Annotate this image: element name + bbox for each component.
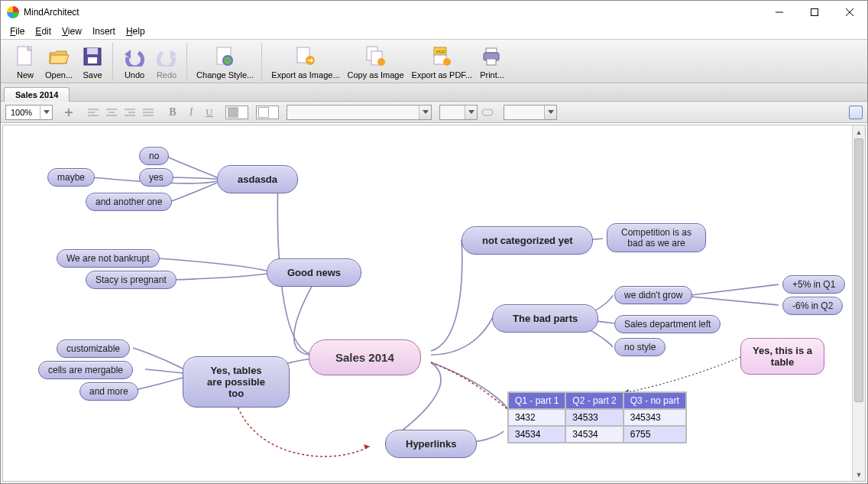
format-toolbar: 100% B I U xyxy=(1,102,867,123)
scroll-thumb[interactable] xyxy=(854,138,863,402)
document-tab-strip: Sales 2014 xyxy=(1,83,867,102)
vertical-scrollbar[interactable]: ▲ ▼ xyxy=(852,125,865,481)
node-bankrupt[interactable]: We are not bankrupt xyxy=(57,249,160,268)
export-pdf-icon: PDF xyxy=(429,44,454,69)
node-no[interactable]: no xyxy=(139,147,169,165)
export-image-label: Export as Image... xyxy=(271,70,339,80)
font-family-select[interactable] xyxy=(287,105,432,120)
open-folder-icon xyxy=(47,44,71,69)
toolbar: New Open... Save Undo Redo xyxy=(1,39,867,83)
copy-image-icon xyxy=(364,44,388,69)
node-andmore[interactable]: and more xyxy=(79,382,138,401)
table-cell: 34534 xyxy=(565,426,623,443)
overview-toggle[interactable] xyxy=(849,106,863,119)
zoom-select[interactable]: 100% xyxy=(5,105,53,120)
node-notcat[interactable]: not categorized yet xyxy=(462,226,593,255)
zoom-value: 100% xyxy=(6,108,40,117)
add-node-button[interactable] xyxy=(60,104,77,121)
node-maybe[interactable]: maybe xyxy=(47,168,95,187)
svg-point-9 xyxy=(222,55,233,66)
node-stacy[interactable]: Stacy is pregnant xyxy=(86,271,177,289)
node-mergable[interactable]: cells are mergable xyxy=(38,361,133,379)
callout-table[interactable]: Yes, this is a table xyxy=(740,338,824,375)
underline-button[interactable]: U xyxy=(201,104,218,121)
font-size-select[interactable] xyxy=(439,105,478,120)
undo-button[interactable]: Undo xyxy=(119,43,150,81)
table-cell: 34534 xyxy=(508,426,565,443)
export-image-icon xyxy=(293,44,318,69)
node-salesleft[interactable]: Sales department left xyxy=(614,315,721,333)
node-yes[interactable]: yes xyxy=(139,168,173,187)
node-another[interactable]: and another one xyxy=(86,193,172,211)
table-header: Q3 - no part xyxy=(623,392,686,409)
copy-image-label: Copy as Image xyxy=(348,70,404,80)
window-maximize-button[interactable] xyxy=(797,1,832,24)
print-icon xyxy=(480,44,504,69)
align-justify-button[interactable] xyxy=(140,104,157,121)
undo-icon xyxy=(122,44,147,69)
window-close-button[interactable] xyxy=(832,1,867,24)
node-hyperlinks[interactable]: Hyperlinks xyxy=(385,430,477,458)
svg-rect-21 xyxy=(487,59,496,65)
menu-view[interactable]: View xyxy=(57,25,86,37)
svg-rect-19 xyxy=(486,48,497,53)
print-button[interactable]: Print... xyxy=(477,43,507,81)
svg-rect-7 xyxy=(88,57,97,63)
menu-file[interactable]: File xyxy=(5,25,29,37)
node-q1[interactable]: +5% in Q1 xyxy=(782,275,845,294)
svg-rect-36 xyxy=(482,109,493,115)
node-nostyle[interactable]: no style xyxy=(614,338,666,356)
menu-help[interactable]: Help xyxy=(121,25,150,37)
print-label: Print... xyxy=(480,70,504,80)
italic-button[interactable]: I xyxy=(183,104,199,121)
node-competition[interactable]: Competition is as bad as we are xyxy=(607,223,706,252)
shape-toggle[interactable] xyxy=(479,104,496,121)
copy-image-button[interactable]: Copy as Image xyxy=(345,43,407,81)
align-center-button[interactable] xyxy=(103,104,120,121)
align-left-button[interactable] xyxy=(85,104,102,121)
node-goodnews[interactable]: Good news xyxy=(267,258,361,287)
export-image-button[interactable]: Export as Image... xyxy=(268,43,342,81)
align-right-button[interactable] xyxy=(121,104,138,121)
embedded-table[interactable]: Q1 - part 1 Q2 - part 2 Q3 - no part 343… xyxy=(507,391,687,443)
redo-label: Redo xyxy=(157,70,177,80)
export-pdf-label: Export as PDF... xyxy=(412,70,472,80)
menu-edit[interactable]: Edit xyxy=(31,25,56,37)
menu-insert[interactable]: Insert xyxy=(88,25,120,37)
node-we-didnt-grow[interactable]: we didn't grow xyxy=(614,286,692,304)
save-button[interactable]: Save xyxy=(77,43,108,81)
mindmap-canvas[interactable]: asdasda no yes maybe and another one Goo… xyxy=(3,125,852,481)
new-button[interactable]: New xyxy=(10,43,40,81)
change-style-button[interactable]: Change Style... xyxy=(193,43,257,81)
table-cell: 34533 xyxy=(565,409,623,426)
table-cell: 345343 xyxy=(623,409,686,426)
svg-rect-1 xyxy=(811,9,818,16)
line-style-select[interactable] xyxy=(504,105,557,120)
fill-color-picker[interactable] xyxy=(256,106,279,119)
save-icon xyxy=(80,44,105,69)
canvas-wrapper: asdasda no yes maybe and another one Goo… xyxy=(2,125,866,482)
style-icon xyxy=(213,44,238,69)
scroll-down-icon: ▼ xyxy=(853,468,865,481)
bold-button[interactable]: B xyxy=(164,104,181,121)
svg-rect-6 xyxy=(87,48,98,54)
text-color-picker[interactable] xyxy=(225,106,248,119)
redo-button[interactable]: Redo xyxy=(151,43,182,81)
app-icon xyxy=(7,6,19,18)
open-label: Open... xyxy=(45,70,73,80)
node-root[interactable]: Sales 2014 xyxy=(309,339,421,375)
table-cell: 6755 xyxy=(623,426,686,443)
svg-text:PDF: PDF xyxy=(436,50,445,54)
table-header: Q1 - part 1 xyxy=(508,392,565,409)
scroll-up-icon: ▲ xyxy=(853,125,865,138)
node-customizable[interactable]: customizable xyxy=(57,339,130,358)
node-q2[interactable]: -6% in Q2 xyxy=(782,297,843,315)
app-title: MindArchitect xyxy=(24,7,79,18)
node-badparts[interactable]: The bad parts xyxy=(492,304,598,333)
node-tables[interactable]: Yes, tables are possible too xyxy=(183,356,290,408)
open-button[interactable]: Open... xyxy=(42,43,76,81)
export-pdf-button[interactable]: PDF Export as PDF... xyxy=(409,43,475,81)
document-tab-active[interactable]: Sales 2014 xyxy=(4,87,70,102)
window-minimize-button[interactable] xyxy=(762,1,797,24)
node-asdasda[interactable]: asdasda xyxy=(217,165,298,193)
